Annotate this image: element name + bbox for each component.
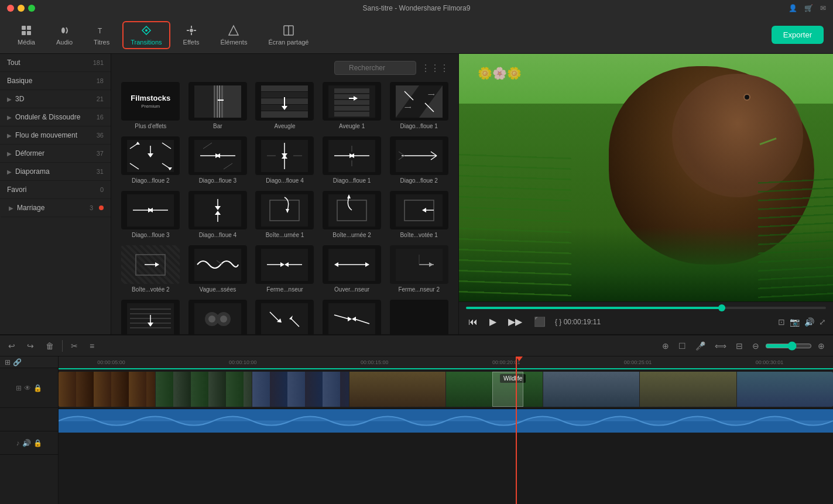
- split-screen-tab[interactable]: Écran partagé: [260, 21, 317, 49]
- transition-misc5[interactable]: [386, 297, 451, 334]
- play-button[interactable]: ▶: [487, 314, 499, 330]
- minimize-button[interactable]: [18, 5, 25, 12]
- transition-aveugle1[interactable]: Aveugle 1: [320, 80, 385, 132]
- track-lock-icon[interactable]: 🔒: [33, 384, 42, 392]
- transition-aveugle[interactable]: Aveugle: [252, 80, 317, 132]
- zoom-out-button[interactable]: ⊖: [749, 339, 763, 353]
- prev-frame-button[interactable]: ⏮: [466, 314, 480, 330]
- transition-label-diago2b: Diago...floue 2: [400, 177, 438, 184]
- export-button[interactable]: Exporter: [772, 26, 824, 44]
- effects-label: Effets: [183, 39, 200, 46]
- transition-diago2b[interactable]: Diago...floue 2: [386, 134, 451, 186]
- search-input[interactable]: [334, 61, 416, 75]
- svg-rect-23: [261, 92, 308, 98]
- window-controls[interactable]: [7, 5, 35, 12]
- cart-icon[interactable]: 🛒: [804, 4, 813, 12]
- transition-label-filmstock: Plus d'effets: [135, 123, 166, 129]
- transition-diago3[interactable]: Diago...floue 3: [186, 134, 251, 186]
- transition-boite3[interactable]: Boîte...votée 1: [386, 188, 451, 241]
- transition-boite4[interactable]: Boîte...votée 2: [118, 243, 183, 295]
- ripple-button[interactable]: ⊕: [659, 339, 673, 353]
- transition-diago4[interactable]: Diago...floue 4: [252, 134, 317, 186]
- transition-vague[interactable]: Vague...ssées: [186, 243, 251, 295]
- delete-button[interactable]: 🗑: [42, 339, 57, 353]
- svg-point-7: [190, 29, 193, 32]
- split-view-button[interactable]: ⊟: [732, 339, 746, 353]
- mic-button[interactable]: 🎤: [692, 339, 709, 353]
- transition-diago4b[interactable]: Diago...floue 4: [186, 188, 251, 241]
- audio-track-lock-icon[interactable]: 🔒: [33, 439, 42, 447]
- transition-misc1[interactable]: [118, 297, 183, 334]
- time-ruler: 00:00:05:00 00:00:10:00 00:00:15:00 00:0…: [59, 356, 833, 368]
- progress-bar[interactable]: [466, 307, 826, 309]
- transition-diago1[interactable]: ⟶ ⟶ Diago...floue 1: [386, 80, 451, 132]
- svg-point-4: [61, 28, 65, 33]
- transition-bar[interactable]: Bar: [186, 80, 251, 132]
- progress-handle[interactable]: [718, 304, 725, 311]
- track-grid-icon[interactable]: ⊞: [16, 384, 22, 392]
- transitions-header: 🔍 ⋮⋮⋮: [116, 59, 454, 80]
- sidebar-item-flou[interactable]: ▶ Flou de mouvement 36: [0, 126, 111, 145]
- zoom-slider[interactable]: [765, 341, 812, 351]
- media-tab[interactable]: Média: [9, 21, 43, 49]
- sidebar-item-3d[interactable]: ▶ 3D 21: [0, 90, 111, 108]
- transition-misc2[interactable]: [186, 297, 251, 334]
- video-track-label: ⊞ 👁 🔒: [0, 368, 58, 408]
- pause-button[interactable]: ▶▶: [506, 314, 525, 330]
- expand-button[interactable]: ⤢: [819, 317, 826, 327]
- sidebar-item-onduler[interactable]: ▶ Onduler & Dissoudre 16: [0, 108, 111, 126]
- transition-misc3[interactable]: [252, 297, 317, 334]
- grid-toggle-button[interactable]: ⋮⋮⋮: [421, 63, 449, 74]
- transition-boite1[interactable]: Boîte...urnée 1: [252, 188, 317, 241]
- volume-button[interactable]: 🔊: [804, 317, 814, 327]
- sidebar-item-all[interactable]: Tout 181: [0, 54, 111, 72]
- sidebar-label-diaporama: Diaporama: [15, 167, 50, 176]
- transitions-tab[interactable]: Transitions: [122, 21, 170, 49]
- sidebar-label-onduler: Onduler & Dissoudre: [15, 113, 80, 121]
- sidebar-item-deformer[interactable]: ▶ Déformer 37: [0, 145, 111, 163]
- sidebar-item-basique[interactable]: Basique 18: [0, 72, 111, 90]
- sidebar-item-favori[interactable]: Favori 0: [0, 181, 111, 199]
- svg-point-130: [208, 316, 215, 323]
- cut-button[interactable]: ✂: [67, 339, 81, 353]
- mail-icon[interactable]: ✉: [820, 4, 826, 12]
- close-button[interactable]: [7, 5, 14, 12]
- zoom-in-button[interactable]: ⊕: [814, 339, 828, 353]
- fullscreen-preview-button[interactable]: ⊡: [778, 317, 785, 327]
- effects-tab[interactable]: Effets: [175, 21, 208, 49]
- transition-auto-button[interactable]: ⟺: [711, 339, 730, 353]
- transition-diago2[interactable]: Diago...floue 2: [118, 134, 183, 186]
- arrow-icon-onduler: ▶: [7, 114, 12, 121]
- link-button[interactable]: 🔗: [13, 358, 22, 366]
- sidebar-item-diaporama[interactable]: ▶ Diaporama 31: [0, 163, 111, 181]
- track-eye-icon[interactable]: 👁: [24, 384, 31, 392]
- maximize-button[interactable]: [28, 5, 35, 12]
- arrow-icon-marriage: ▶: [9, 205, 13, 211]
- audio-track-volume-icon[interactable]: 🔊: [22, 439, 31, 447]
- transition-diago1b[interactable]: Diago...floue 1: [320, 134, 385, 186]
- stop-button[interactable]: ⬛: [532, 314, 548, 330]
- redo-button[interactable]: ↪: [23, 339, 37, 353]
- sidebar-item-marriage[interactable]: ▶ Marriage 3: [0, 199, 111, 217]
- transition-ouver[interactable]: Ouver...nseur: [320, 243, 385, 295]
- account-icon[interactable]: 👤: [789, 4, 797, 12]
- transition-ferme2[interactable]: Ferme...nseur 2: [386, 243, 451, 295]
- preview-time: { } 00:00:19:11: [555, 318, 601, 326]
- audio-tab[interactable]: Audio: [48, 21, 81, 49]
- titles-tab[interactable]: T Titres: [85, 21, 118, 49]
- undo-button[interactable]: ↩: [5, 339, 19, 353]
- elements-tab[interactable]: Éléments: [212, 21, 256, 49]
- clip-button[interactable]: ☐: [675, 339, 690, 353]
- transition-ferme1[interactable]: Ferme...nseur: [252, 243, 317, 295]
- playhead-triangle: [516, 356, 523, 361]
- ruler-mark-1: 00:00:05:00: [97, 359, 125, 365]
- transition-diago3b[interactable]: Diago...floue 3: [118, 188, 183, 241]
- snapshot-button[interactable]: 📷: [790, 317, 800, 327]
- transition-boite2[interactable]: Boîte...urnée 2: [320, 188, 385, 241]
- transition-filmstock[interactable]: Filmstocks Premium Plus d'effets: [118, 80, 183, 132]
- elements-label: Éléments: [221, 39, 248, 46]
- add-track-button[interactable]: ⊞: [5, 358, 11, 366]
- adjust-button[interactable]: ≡: [86, 339, 98, 353]
- transition-misc4[interactable]: [320, 297, 385, 334]
- main-video-clip[interactable]: Wildlife: [59, 372, 833, 407]
